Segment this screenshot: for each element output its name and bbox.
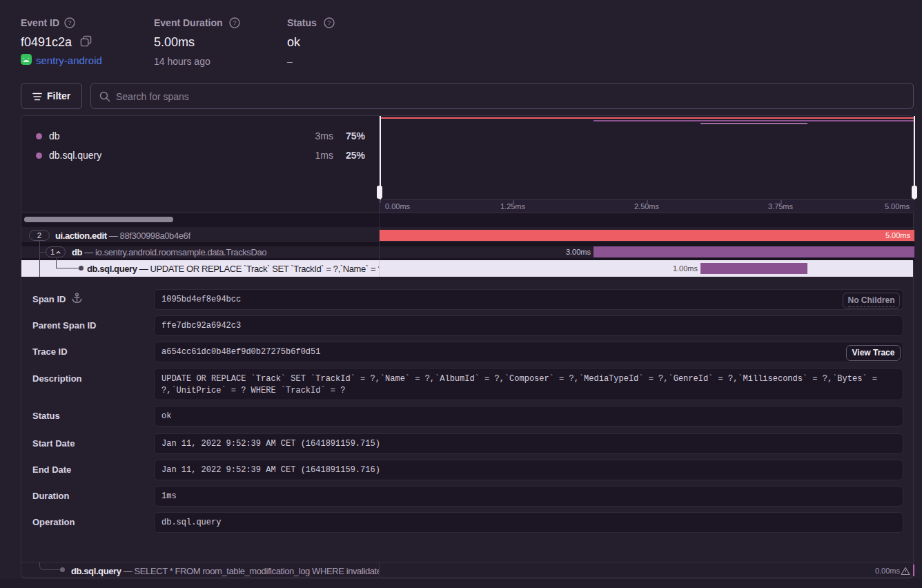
svg-text:?: ?	[68, 19, 71, 26]
svg-text:?: ?	[327, 19, 331, 26]
svg-text:?: ?	[233, 19, 236, 26]
